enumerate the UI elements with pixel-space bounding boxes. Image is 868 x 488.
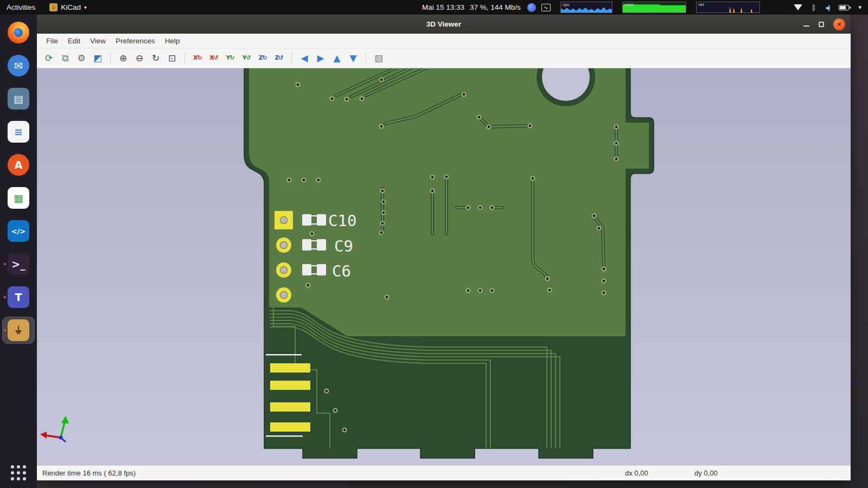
cpu-label: cpu	[563, 2, 570, 7]
3d-viewport[interactable]: C10C9C6	[37, 68, 851, 465]
dock-kicad[interactable]: ⏚	[3, 317, 34, 343]
via	[344, 97, 349, 101]
menu-file[interactable]: File	[41, 35, 63, 47]
libreoffice-calc-icon: ▦	[8, 187, 29, 209]
zoom-out-button[interactable]: ⊖	[132, 50, 147, 66]
net-label: net	[698, 2, 704, 7]
redraw-button[interactable]: ↻	[148, 50, 163, 66]
via	[316, 177, 321, 182]
system-load-text[interactable]: 37 %, 144 Mb/s	[470, 3, 521, 11]
menu-preferences[interactable]: Preferences	[111, 35, 160, 47]
via	[359, 96, 364, 101]
via	[381, 210, 386, 215]
dock-teams[interactable]: T	[3, 284, 34, 310]
tray-icons: ∿	[527, 3, 551, 12]
wifi-icon[interactable]	[794, 4, 802, 10]
close-button[interactable]: ×	[833, 18, 845, 30]
via	[301, 177, 306, 182]
via	[286, 177, 291, 182]
minimize-button[interactable]	[803, 22, 809, 27]
move-up-button[interactable]: ▲	[329, 50, 344, 66]
dock-vscode[interactable]: </>	[3, 218, 34, 244]
via	[430, 175, 435, 179]
rotate-x-cw-button[interactable]: X↻	[190, 50, 205, 66]
activities-button[interactable]: Activities	[7, 3, 35, 11]
via	[309, 231, 314, 236]
clock[interactable]: Mai 15 13:33	[422, 3, 464, 11]
dock-firefox[interactable]	[3, 20, 34, 46]
via	[381, 199, 386, 204]
move-down-button[interactable]: ▼	[346, 50, 361, 66]
battery-icon[interactable]	[839, 5, 849, 10]
titlebar[interactable]: 3D Viewer ×	[37, 15, 851, 34]
mem-graph[interactable]: mem	[622, 2, 686, 13]
dock-thunderbird[interactable]: ✉	[3, 53, 34, 79]
vscode-icon: </>	[8, 220, 29, 242]
menu-edit[interactable]: Edit	[63, 35, 85, 47]
reload-board-button[interactable]: ⟳	[41, 50, 56, 66]
via	[527, 123, 532, 128]
plated-hole	[276, 237, 291, 253]
dock: ✉▤≡A▦</>>_T⏚	[0, 15, 37, 488]
via	[530, 176, 535, 181]
via	[614, 124, 618, 129]
via	[430, 188, 435, 193]
rotate-y-cw-button[interactable]: Y↻	[222, 50, 238, 66]
chevron-down-icon[interactable]: ▾	[858, 4, 861, 11]
via	[476, 114, 481, 119]
zoom-fit-button[interactable]: ⊡	[164, 50, 180, 66]
topbar-center-cluster: Mai 15 13:33 37 %, 144 Mb/s ∿ cpumemnet	[422, 0, 760, 15]
gold-pad	[270, 422, 310, 432]
via	[545, 276, 550, 281]
via	[601, 266, 606, 271]
system-monitor-tray-icon[interactable]: ∿	[541, 4, 551, 11]
3d-canvas: C10C9C6	[37, 68, 851, 465]
text-editor-icon: ≡	[8, 121, 29, 143]
net-graph[interactable]: net	[696, 2, 760, 13]
rotate-x-ccw-button[interactable]: X↺	[206, 50, 221, 66]
ortho-view-button[interactable]: ▧	[371, 50, 386, 66]
via	[465, 288, 470, 293]
gold-pad	[270, 381, 310, 390]
designator-label: C9	[334, 237, 353, 255]
chevron-down-icon: ▾	[84, 4, 87, 10]
teams-icon: T	[8, 286, 29, 308]
system-monitors: cpumemnet	[560, 2, 760, 13]
rotate-z-ccw-button[interactable]: Z↺	[271, 50, 286, 66]
status-icon-cluster[interactable]: ᛒ◂)▾	[794, 0, 861, 15]
bluetooth-icon[interactable]: ᛒ	[812, 3, 816, 12]
dock-files[interactable]: ▤	[3, 86, 34, 112]
app-menu[interactable]: ⏚ KiCad ▾	[49, 3, 87, 11]
dock-ubuntu-software[interactable]: A	[3, 152, 34, 178]
menubar: FileEditViewPreferencesHelp	[37, 34, 851, 48]
render-options-button[interactable]: ⚙	[74, 50, 89, 66]
via	[601, 278, 606, 283]
cpu-graph[interactable]: cpu	[560, 2, 612, 13]
via	[295, 82, 300, 87]
move-left-button[interactable]: ◀	[297, 50, 312, 66]
dock-terminal[interactable]: >_	[3, 251, 34, 277]
zoom-in-button[interactable]: ⊕	[116, 50, 131, 66]
presence-tray-icon[interactable]	[527, 3, 536, 12]
via	[379, 230, 384, 235]
via	[324, 388, 329, 393]
render-time-text: Render time 16 ms ( 62,8 fps)	[42, 469, 136, 477]
volume-icon[interactable]: ◂)	[825, 4, 829, 11]
designator-label: C10	[328, 211, 356, 230]
move-right-button[interactable]: ▶	[313, 50, 328, 66]
dock-text-editor[interactable]: ≡	[3, 119, 34, 145]
dock-libreoffice-calc[interactable]: ▦	[3, 185, 34, 211]
via	[547, 287, 552, 292]
maximize-button[interactable]	[819, 22, 824, 27]
via	[591, 213, 596, 218]
show-applications-button[interactable]	[3, 462, 34, 484]
render-cube-button[interactable]: ◩	[90, 50, 105, 66]
rotate-z-cw-button[interactable]: Z↻	[255, 50, 270, 66]
menu-help[interactable]: Help	[160, 35, 185, 47]
mem-label: mem	[624, 2, 634, 7]
plated-hole	[275, 211, 293, 229]
via	[444, 174, 449, 179]
menu-view[interactable]: View	[85, 35, 111, 47]
copy-image-button[interactable]: ⧉	[58, 50, 73, 66]
rotate-y-ccw-button[interactable]: Y↺	[239, 50, 254, 66]
